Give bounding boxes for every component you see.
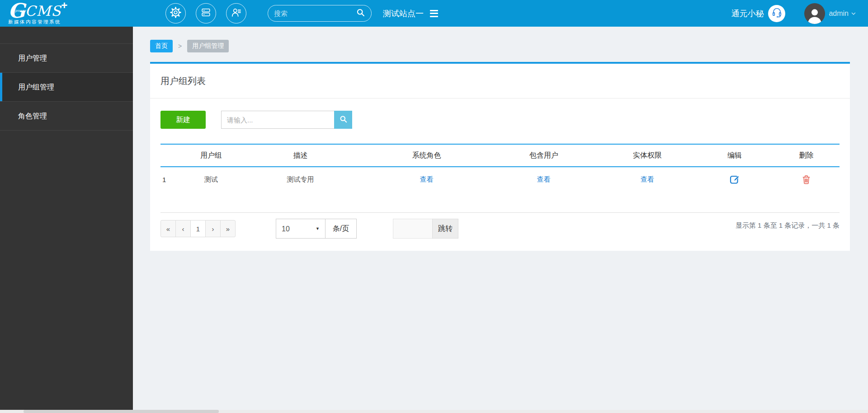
page-number-button[interactable]: 1 — [190, 220, 206, 237]
header-included-users: 包含用户 — [489, 144, 599, 167]
search-icon[interactable] — [356, 8, 365, 19]
sidebar-item-user-group-management[interactable]: 用户组管理 — [0, 73, 133, 102]
row-index: 1 — [160, 167, 186, 192]
chevron-down-icon — [851, 11, 856, 16]
sidebar-menu: 用户管理 用户组管理 角色管理 — [0, 43, 133, 131]
delete-icon[interactable] — [801, 174, 811, 185]
prev-page-button[interactable]: ‹ — [175, 220, 191, 237]
assistant-button[interactable] — [768, 5, 785, 22]
jump-page-input[interactable] — [393, 219, 433, 239]
page-buttons: « ‹ 1 › » — [160, 220, 236, 237]
logo-power-text: power — [15, 9, 26, 13]
horizontal-scrollbar[interactable] — [0, 410, 868, 413]
page-size-unit: 条/页 — [325, 219, 357, 239]
header-description: 描述 — [236, 144, 364, 167]
sidebar-item-label: 用户管理 — [18, 54, 47, 62]
breadcrumb-home[interactable]: 首页 — [150, 40, 173, 52]
table-row: 1 测试 测试专用 查看 查看 查看 — [160, 167, 840, 192]
global-search — [268, 5, 372, 22]
header-delete: 删除 — [773, 144, 840, 167]
active-indicator — [0, 73, 2, 101]
user-group-card: 用户组列表 新建 — [150, 62, 850, 251]
jump-group: 跳转 — [393, 219, 458, 239]
edit-icon[interactable] — [729, 174, 740, 185]
system-role-view-link[interactable]: 查看 — [420, 175, 434, 183]
hamburger-icon[interactable] — [430, 8, 438, 19]
user-group-table: 用户组 描述 系统角色 包含用户 实体权限 编辑 删除 1 测试 测试专用 查看 — [160, 144, 840, 192]
logo-plus-text: + — [61, 0, 67, 11]
pagination-bar: « ‹ 1 › » 10 ▼ 条/页 跳转 显示第 1 条至 1 条记录，一共 … — [160, 212, 840, 239]
records-summary: 显示第 1 条至 1 条记录，一共 1 条 — [736, 221, 840, 230]
breadcrumb-current: 用户组管理 — [187, 40, 229, 52]
sidebar-item-label: 角色管理 — [18, 112, 47, 120]
site-name[interactable]: 测试站点一 — [383, 8, 424, 19]
global-search-input[interactable] — [274, 9, 356, 17]
breadcrumb-separator: > — [178, 42, 182, 50]
users-button[interactable] — [226, 3, 246, 23]
sidebar: 用户管理 用户组管理 角色管理 — [0, 27, 133, 413]
header-entity-permission: 实体权限 — [599, 144, 696, 167]
new-button[interactable]: 新建 — [160, 111, 206, 129]
assistant-label: 通元小秘 — [731, 8, 764, 19]
logo-subtitle: 新媒体内容管理系统 — [8, 19, 77, 24]
jump-button[interactable]: 跳转 — [432, 219, 458, 239]
gear-icon — [170, 6, 182, 20]
table-wrap: 用户组 描述 系统角色 包含用户 实体权限 编辑 删除 1 测试 测试专用 查看 — [150, 144, 850, 212]
server-icon — [200, 7, 212, 20]
sidebar-item-label: 用户组管理 — [18, 83, 54, 91]
last-page-button[interactable]: » — [220, 220, 236, 237]
breadcrumb: 首页 > 用户组管理 — [150, 40, 868, 52]
cell-description: 测试专用 — [236, 167, 364, 192]
header-index — [160, 144, 186, 167]
table-header-row: 用户组 描述 系统角色 包含用户 实体权限 编辑 删除 — [160, 144, 840, 167]
modules-button[interactable] — [196, 3, 216, 23]
search-icon — [339, 115, 348, 125]
header-system-role: 系统角色 — [364, 144, 489, 167]
table-spacer — [160, 192, 840, 212]
toolbar: 新建 — [150, 99, 850, 129]
logo-brand-text: CMS — [25, 3, 61, 19]
included-users-view-link[interactable]: 查看 — [537, 175, 551, 183]
settings-button[interactable] — [165, 3, 186, 23]
headset-icon — [771, 7, 783, 20]
topbar-right-group: 通元小秘 admin — [731, 3, 856, 24]
avatar[interactable] — [804, 3, 825, 24]
entity-permission-view-link[interactable]: 查看 — [641, 175, 654, 183]
user-menu[interactable]: admin — [829, 9, 856, 18]
page-title: 用户组列表 — [150, 64, 850, 99]
scrollbar-thumb[interactable] — [24, 410, 219, 413]
topbar-quick-icons — [165, 3, 246, 23]
sidebar-item-role-management[interactable]: 角色管理 — [0, 102, 133, 131]
topbar: G CMS + power 新媒体内容管理系统 — [0, 0, 868, 27]
site-switcher: 测试站点一 — [383, 8, 438, 19]
main-content: 首页 > 用户组管理 用户组列表 新建 — [133, 27, 868, 413]
page-size-select[interactable]: 10 — [276, 219, 326, 239]
sidebar-item-user-management[interactable]: 用户管理 — [0, 44, 133, 73]
user-list-icon — [230, 6, 242, 20]
page-size-group: 10 ▼ 条/页 — [276, 219, 357, 239]
username: admin — [829, 9, 849, 18]
table-search-group — [221, 111, 352, 129]
app-logo[interactable]: G CMS + power 新媒体内容管理系统 — [8, 3, 77, 24]
next-page-button[interactable]: › — [205, 220, 221, 237]
header-user-group: 用户组 — [186, 144, 237, 167]
cell-user-group: 测试 — [186, 167, 237, 192]
first-page-button[interactable]: « — [160, 220, 176, 237]
table-search-button[interactable] — [334, 111, 352, 129]
table-search-input[interactable] — [221, 111, 334, 129]
header-edit: 编辑 — [696, 144, 773, 167]
